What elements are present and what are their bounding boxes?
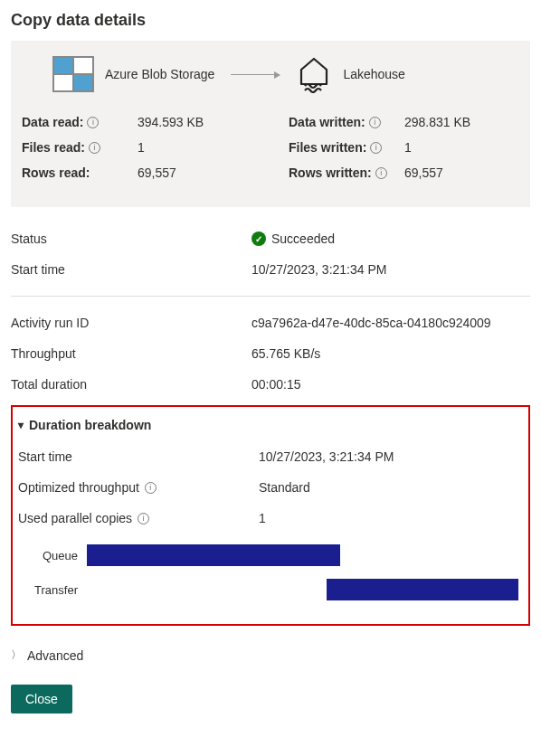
success-icon: ✓ bbox=[252, 232, 266, 246]
run-info-section: Activity run ID c9a7962a-d47e-40dc-85ca-… bbox=[11, 307, 530, 400]
duration-breakdown-toggle[interactable]: ▾ Duration breakdown bbox=[18, 414, 523, 441]
write-metric-label: Data written:i bbox=[289, 115, 404, 129]
info-icon[interactable]: i bbox=[375, 167, 387, 179]
chevron-right-icon: 〉 bbox=[11, 647, 22, 663]
write-metric-row: Rows written:i69,557 bbox=[289, 165, 519, 180]
divider bbox=[11, 296, 530, 297]
duration-breakdown-header: Duration breakdown bbox=[29, 418, 151, 432]
chevron-down-icon: ▾ bbox=[18, 419, 24, 431]
throughput-label: Throughput bbox=[11, 346, 252, 361]
activity-run-id-label: Activity run ID bbox=[11, 316, 252, 330]
used-parallel-copies-label: Used parallel copies i bbox=[18, 511, 259, 525]
arrow-icon bbox=[231, 74, 280, 75]
read-metric-label: Files read:i bbox=[22, 140, 138, 155]
breakdown-start-time-label: Start time bbox=[18, 449, 259, 464]
read-metric-value: 69,557 bbox=[138, 165, 176, 180]
total-duration-label: Total duration bbox=[11, 377, 252, 392]
status-section: Status ✓ Succeeded Start time 10/27/2023… bbox=[11, 223, 530, 285]
throughput-value: 65.765 KB/s bbox=[252, 346, 530, 361]
flow-source: Azure Blob Storage bbox=[52, 56, 214, 92]
read-metric-row: Files read:i1 bbox=[22, 140, 252, 155]
read-metric-label: Data read:i bbox=[22, 115, 138, 129]
optimized-throughput-label: Optimized throughput i bbox=[18, 480, 259, 495]
flow-dest: Lakehouse bbox=[296, 55, 405, 93]
read-metric-row: Data read:i394.593 KB bbox=[22, 115, 252, 129]
gantt-bar bbox=[327, 579, 518, 600]
flow-dest-label: Lakehouse bbox=[343, 67, 405, 81]
breakdown-start-time-value: 10/27/2023, 3:21:34 PM bbox=[259, 449, 523, 464]
duration-breakdown-box: ▾ Duration breakdown Start time 10/27/20… bbox=[11, 405, 530, 626]
azure-blob-icon bbox=[52, 56, 94, 92]
write-metric-value: 298.831 KB bbox=[404, 115, 470, 129]
gantt-label: Queue bbox=[24, 549, 87, 562]
gantt-track bbox=[87, 579, 523, 600]
write-metric-row: Data written:i298.831 KB bbox=[289, 115, 519, 129]
write-metric-row: Files written:i1 bbox=[289, 140, 519, 155]
info-icon[interactable]: i bbox=[87, 117, 99, 128]
write-metric-value: 69,557 bbox=[404, 165, 443, 180]
duration-gantt: QueueTransfer bbox=[18, 543, 523, 602]
info-icon[interactable]: i bbox=[369, 117, 381, 128]
status-value: Succeeded bbox=[271, 232, 335, 246]
gantt-row: Transfer bbox=[24, 577, 523, 602]
summary-card: Azure Blob Storage Lakehouse Data read:i… bbox=[11, 41, 530, 207]
advanced-toggle[interactable]: 〉 Advanced bbox=[11, 647, 530, 663]
gantt-label: Transfer bbox=[24, 583, 87, 597]
metrics-grid: Data read:i394.593 KBFiles read:i1Rows r… bbox=[22, 115, 519, 191]
gantt-track bbox=[87, 544, 523, 566]
gantt-row: Queue bbox=[24, 543, 523, 568]
info-icon[interactable]: i bbox=[145, 482, 157, 494]
activity-run-id-value: c9a7962a-d47e-40dc-85ca-04180c924009 bbox=[252, 316, 530, 330]
info-icon[interactable]: i bbox=[370, 142, 382, 154]
write-metric-label: Files written:i bbox=[289, 140, 404, 155]
start-time-label: Start time bbox=[11, 262, 252, 277]
read-metric-row: Rows read:69,557 bbox=[22, 165, 252, 180]
optimized-throughput-value: Standard bbox=[259, 480, 523, 495]
lakehouse-icon bbox=[296, 55, 332, 93]
write-metric-label: Rows written:i bbox=[289, 165, 404, 180]
read-metric-label: Rows read: bbox=[22, 165, 138, 180]
write-metric-value: 1 bbox=[404, 140, 412, 155]
status-label: Status bbox=[11, 232, 252, 246]
used-parallel-copies-value: 1 bbox=[259, 511, 523, 525]
advanced-label: Advanced bbox=[27, 648, 83, 663]
total-duration-value: 00:00:15 bbox=[252, 377, 530, 392]
read-metric-value: 1 bbox=[138, 140, 145, 155]
read-metric-value: 394.593 KB bbox=[138, 115, 204, 129]
info-icon[interactable]: i bbox=[138, 513, 149, 524]
flow-source-label: Azure Blob Storage bbox=[105, 67, 214, 81]
info-icon[interactable]: i bbox=[89, 142, 100, 154]
flow-diagram: Azure Blob Storage Lakehouse bbox=[22, 55, 519, 93]
gantt-bar bbox=[87, 544, 340, 566]
start-time-value: 10/27/2023, 3:21:34 PM bbox=[252, 262, 530, 277]
page-title: Copy data details bbox=[11, 11, 530, 30]
close-button[interactable]: Close bbox=[11, 685, 72, 713]
